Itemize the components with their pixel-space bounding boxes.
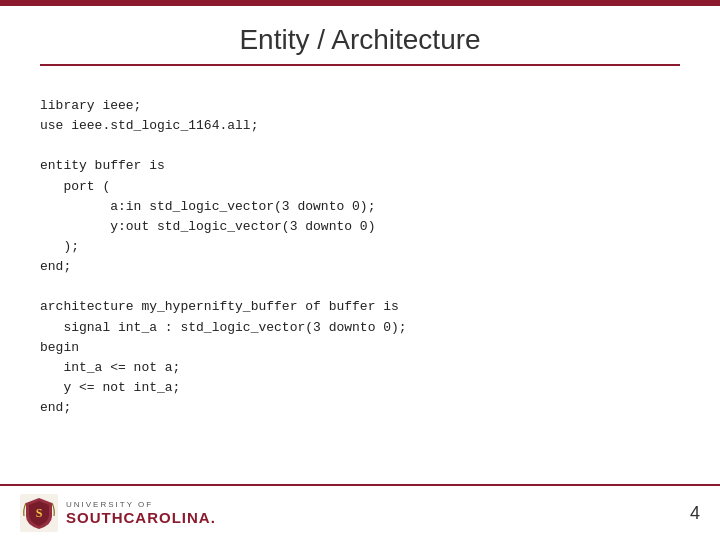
code-block: library ieee; use ieee.std_logic_1164.al… <box>40 96 680 418</box>
logo-text-area: UNIVERSITY OF SOUTHCAROLINA. <box>66 500 216 526</box>
slide-container: Entity / Architecture library ieee; use … <box>0 0 720 540</box>
title-underline <box>40 64 680 66</box>
content-area: library ieee; use ieee.std_logic_1164.al… <box>0 76 720 484</box>
logo-area: S UNIVERSITY OF SOUTHCAROLINA. <box>20 494 216 532</box>
footer: S UNIVERSITY OF SOUTHCAROLINA. 4 <box>0 484 720 540</box>
page-number: 4 <box>690 503 700 524</box>
title-area: Entity / Architecture <box>0 6 720 76</box>
slide-title: Entity / Architecture <box>40 24 680 56</box>
south-carolina-label: SOUTHCAROLINA. <box>66 509 216 526</box>
university-of-label: UNIVERSITY OF <box>66 500 216 509</box>
university-emblem: S <box>20 494 58 532</box>
svg-text:S: S <box>36 506 43 520</box>
